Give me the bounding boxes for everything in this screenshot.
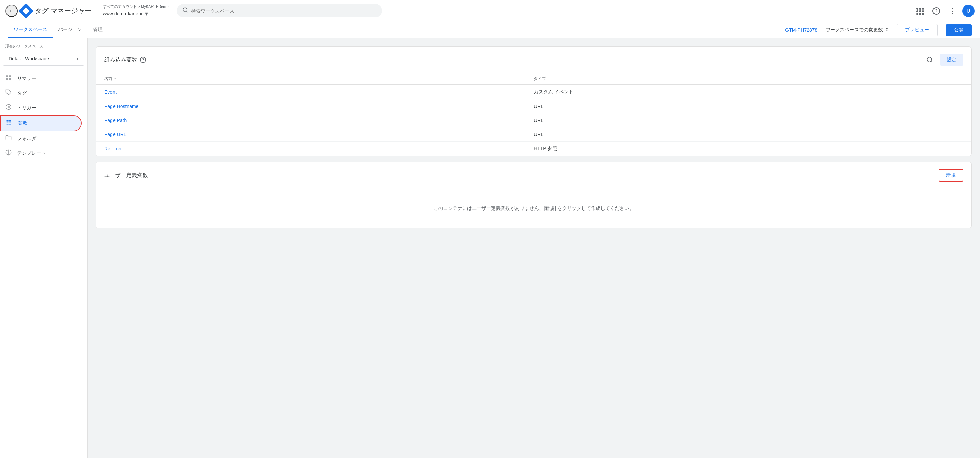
account-dropdown-icon: ▾ <box>145 10 148 17</box>
svg-point-0 <box>183 8 187 12</box>
variable-name[interactable]: Page Path <box>104 118 534 123</box>
tab-version[interactable]: バージョン <box>52 22 88 38</box>
svg-rect-20 <box>10 124 11 124</box>
sort-arrow: ↑ <box>114 76 116 81</box>
sidebar: 現在のワークスペース Default Workspace › サマリー タグ <box>0 38 88 458</box>
sidebar-item-label: タグ <box>17 90 27 96</box>
secondary-nav: ワークスペース バージョン 管理 GTM-PH72878 ワークスペースでの変更… <box>0 22 980 38</box>
search-box[interactable] <box>177 4 382 17</box>
variable-name[interactable]: Referrer <box>104 146 534 151</box>
svg-rect-14 <box>8 121 10 122</box>
nav-right: GTM-PH72878 ワークスペースでの変更数: 0 プレビュー 公開 <box>785 24 972 36</box>
sidebar-item-triggers[interactable]: トリガー <box>0 100 82 115</box>
variable-name[interactable]: Page URL <box>104 132 534 137</box>
publish-button[interactable]: 公開 <box>946 24 972 36</box>
svg-rect-10 <box>7 121 8 122</box>
svg-point-8 <box>8 106 10 108</box>
avatar[interactable]: U <box>962 5 975 17</box>
workspace-changes: ワークスペースでの変更数: 0 <box>826 27 888 33</box>
back-button[interactable]: ← <box>5 5 18 17</box>
settings-button[interactable]: 設定 <box>940 54 963 66</box>
svg-rect-19 <box>10 123 11 123</box>
svg-rect-4 <box>6 78 8 80</box>
user-variables-title: ユーザー定義変数 <box>104 172 148 179</box>
sidebar-item-tags[interactable]: タグ <box>0 86 82 100</box>
svg-rect-11 <box>7 123 8 123</box>
more-icon: ⋮ <box>949 6 956 15</box>
svg-rect-2 <box>6 75 8 77</box>
variable-type: URL <box>534 118 963 123</box>
variable-type: カスタム イベント <box>534 89 963 95</box>
sidebar-item-templates[interactable]: テンプレート <box>0 146 82 161</box>
header-actions: ? ⋮ U <box>913 4 975 18</box>
help-button[interactable]: ? <box>929 4 943 18</box>
svg-line-24 <box>931 61 932 62</box>
svg-rect-3 <box>9 75 11 77</box>
variable-type: URL <box>534 103 963 109</box>
svg-line-1 <box>186 11 188 12</box>
back-icon: ← <box>8 7 15 15</box>
variable-type: HTTP 参照 <box>534 146 963 152</box>
svg-point-7 <box>6 105 11 110</box>
sidebar-nav-items: サマリー タグ トリガー 変数 <box>0 71 87 161</box>
tab-admin[interactable]: 管理 <box>88 22 108 38</box>
more-button[interactable]: ⋮ <box>946 4 959 18</box>
gtm-id: GTM-PH72878 <box>785 27 817 33</box>
summary-icon <box>5 75 12 83</box>
svg-rect-12 <box>7 124 8 124</box>
account-breadcrumb: すべてのアカウント > MyKARTEDemo <box>103 4 169 9</box>
main-content: 組み込み変数 ? 設定 名前 ↑ <box>88 38 980 458</box>
table-row: Page Path URL <box>96 113 972 127</box>
sidebar-item-label: フォルダ <box>17 136 36 142</box>
logo-area: タグ マネージャー <box>21 5 92 16</box>
col-type-header: タイプ <box>534 76 963 82</box>
svg-rect-13 <box>8 120 10 121</box>
main-layout: 現在のワークスペース Default Workspace › サマリー タグ <box>0 38 980 458</box>
search-icon <box>182 7 188 15</box>
help-icon-builtin[interactable]: ? <box>140 57 146 63</box>
builtin-variables-card: 組み込み変数 ? 設定 名前 ↑ <box>96 46 972 156</box>
table-row: Page URL URL <box>96 127 972 142</box>
sidebar-item-variables[interactable]: 変数 <box>0 115 82 131</box>
svg-rect-16 <box>8 124 10 124</box>
app-logo <box>18 3 33 19</box>
empty-state: このコンテナにはユーザー定義変数がありません。[新規] をクリックして作成してく… <box>96 189 972 228</box>
grid-view-button[interactable] <box>913 4 927 18</box>
sidebar-item-label: 変数 <box>18 120 27 126</box>
table-row: Event カスタム イベント <box>96 85 972 99</box>
account-selector[interactable]: すべてのアカウント > MyKARTEDemo www.demo-karte.i… <box>103 4 169 17</box>
svg-rect-18 <box>10 121 11 122</box>
sidebar-item-summary[interactable]: サマリー <box>0 71 82 86</box>
builtin-search-button[interactable] <box>924 54 936 66</box>
builtin-variables-table: 名前 ↑ タイプ Event カスタム イベント Page Hostname U… <box>96 73 972 156</box>
search-input[interactable] <box>191 8 377 14</box>
table-header: 名前 ↑ タイプ <box>96 73 972 85</box>
user-variables-header: ユーザー定義変数 新規 <box>96 162 972 189</box>
sidebar-item-label: テンプレート <box>17 150 46 157</box>
builtin-variables-header: 組み込み変数 ? 設定 <box>96 47 972 73</box>
workspace-label: 現在のワークスペース <box>0 44 87 52</box>
nav-tabs: ワークスペース バージョン 管理 <box>8 22 108 38</box>
trigger-icon <box>5 104 12 112</box>
help-icon: ? <box>932 7 940 15</box>
svg-rect-17 <box>10 120 11 121</box>
tag-icon <box>5 89 12 97</box>
col-name-header: 名前 ↑ <box>104 76 534 82</box>
svg-rect-5 <box>9 78 11 80</box>
sidebar-item-folders[interactable]: フォルダ <box>0 131 82 146</box>
new-variable-button[interactable]: 新規 <box>939 169 963 182</box>
builtin-variables-title: 組み込み変数 ? <box>104 56 146 64</box>
sidebar-item-label: トリガー <box>17 105 36 111</box>
user-variables-actions: 新規 <box>939 169 963 182</box>
user-variables-card: ユーザー定義変数 新規 このコンテナにはユーザー定義変数がありません。[新規] … <box>96 162 972 228</box>
variable-name[interactable]: Event <box>104 89 534 95</box>
table-row: Page Hostname URL <box>96 99 972 113</box>
account-name[interactable]: www.demo-karte.io ▾ <box>103 10 169 17</box>
variable-name[interactable]: Page Hostname <box>104 103 534 109</box>
tab-workspace[interactable]: ワークスペース <box>8 22 52 38</box>
top-header: ← タグ マネージャー すべてのアカウント > MyKARTEDemo www.… <box>0 0 980 22</box>
svg-rect-9 <box>7 120 8 121</box>
table-row: Referrer HTTP 参照 <box>96 142 972 156</box>
workspace-selector[interactable]: Default Workspace › <box>3 52 84 66</box>
preview-button[interactable]: プレビュー <box>897 24 938 36</box>
